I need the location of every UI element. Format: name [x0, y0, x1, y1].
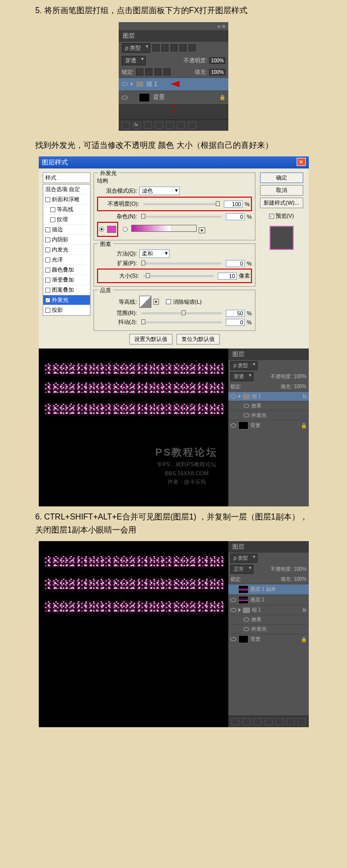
adjustment-icon[interactable]	[265, 718, 273, 725]
jitter-slider[interactable]	[141, 321, 222, 323]
style-item-dropshadow[interactable]: 投影	[43, 305, 90, 315]
link-icon[interactable]	[122, 122, 130, 129]
layer-background[interactable]: 背景 🔒	[119, 91, 228, 104]
style-item-stroke[interactable]: 描边	[43, 225, 90, 235]
effect-outerglow[interactable]: 外发光	[228, 410, 309, 420]
effects-row[interactable]: 效果	[228, 615, 309, 624]
expand-icon[interactable]	[131, 82, 133, 86]
filter-shape-icon[interactable]	[180, 44, 187, 51]
range-slider[interactable]	[141, 312, 222, 314]
filter-adjust-icon[interactable]	[161, 44, 168, 51]
contour-menu-icon[interactable]: ▾	[153, 299, 159, 305]
opacity-slider[interactable]	[143, 203, 220, 205]
noise-value[interactable]: 0	[226, 213, 245, 220]
blend-mode-dropdown[interactable]: 穿透	[230, 372, 253, 381]
cancel-button[interactable]: 取消	[260, 185, 303, 196]
layer-group1[interactable]: 组 1fx	[228, 391, 309, 401]
style-item-gradientoverlay[interactable]: 渐变叠加	[43, 275, 90, 285]
filter-smart-icon[interactable]	[189, 44, 196, 51]
jitter-value[interactable]: 0	[226, 319, 245, 326]
fx-badge[interactable]: fx	[303, 607, 307, 613]
folder-new-icon[interactable]	[276, 718, 284, 725]
dialog-titlebar[interactable]: 图层样式 ✕	[39, 156, 309, 168]
visibility-icon[interactable]	[230, 598, 236, 602]
layers-tab[interactable]: 图层	[119, 30, 228, 42]
style-item-satin[interactable]: 光泽	[43, 255, 90, 265]
spread-value[interactable]: 0	[226, 260, 245, 267]
filter-type-dropdown[interactable]: ρ 类型	[230, 361, 257, 370]
ok-button[interactable]: 确定	[260, 172, 303, 183]
style-item-outerglow[interactable]: 外发光	[43, 295, 90, 305]
reset-default-button[interactable]: 复位为默认值	[177, 334, 220, 344]
blend-mode-dropdown[interactable]: 正常	[230, 565, 253, 574]
link-icon[interactable]	[231, 718, 239, 725]
layers-tab[interactable]: 图层	[228, 349, 309, 360]
set-default-button[interactable]: 设置为默认值	[129, 334, 172, 344]
blendmode-dropdown[interactable]: 滤色	[139, 187, 180, 195]
filter-type-dropdown[interactable]: ρ 类型	[230, 554, 257, 563]
close-button[interactable]: ✕	[297, 158, 306, 166]
lock-trans-icon[interactable]	[136, 68, 143, 75]
size-value[interactable]: 10	[218, 273, 237, 280]
trash-icon[interactable]	[188, 122, 196, 129]
new-layer-icon[interactable]	[177, 122, 185, 129]
gradient-menu-icon[interactable]: ▾	[199, 227, 205, 233]
preview-checkbox[interactable]	[269, 214, 274, 219]
new-layer-icon[interactable]	[287, 718, 295, 725]
effects-row[interactable]: 效果	[228, 401, 309, 410]
style-item-coloroverlay[interactable]: 颜色叠加	[43, 265, 90, 275]
spread-slider[interactable]	[141, 263, 222, 265]
lock-position-icon[interactable]	[154, 68, 161, 75]
visibility-icon[interactable]	[243, 413, 249, 417]
style-item-contour[interactable]: 等高线	[43, 205, 90, 215]
layer-layer1[interactable]: 图层 1	[228, 594, 309, 605]
range-value[interactable]: 50	[226, 310, 245, 317]
visibility-icon[interactable]	[243, 627, 249, 631]
contour-picker[interactable]	[139, 296, 151, 308]
opacity-input[interactable]: 100%	[209, 57, 225, 64]
trash-icon[interactable]	[298, 718, 306, 725]
expand-icon[interactable]	[238, 394, 241, 398]
layer-group1[interactable]: 组 1	[119, 77, 228, 91]
layer-background[interactable]: 背景🔒	[228, 420, 309, 430]
style-item-innerglow[interactable]: 内发光	[43, 245, 90, 255]
panel-menu-icon[interactable]: « ≡	[217, 23, 225, 29]
visibility-icon[interactable]	[122, 82, 128, 86]
technique-dropdown[interactable]: 柔和	[139, 249, 169, 258]
style-item-bevel[interactable]: 斜面和浮雕	[43, 195, 90, 205]
mask-icon[interactable]	[253, 718, 262, 725]
noise-slider[interactable]	[141, 216, 222, 218]
new-style-button[interactable]: 新建样式(W)...	[260, 198, 303, 208]
filter-type-dropdown[interactable]: ρ 类型	[122, 43, 150, 53]
size-slider[interactable]	[143, 275, 214, 277]
style-item-patternoverlay[interactable]: 图案叠加	[43, 285, 90, 295]
gradient-radio[interactable]	[123, 227, 128, 232]
visibility-icon[interactable]	[230, 608, 236, 612]
fx-button[interactable]	[242, 718, 250, 725]
gradient-picker[interactable]	[131, 225, 197, 232]
fx-button[interactable]: fx.	[133, 122, 141, 129]
fill-input[interactable]: 100%	[209, 69, 225, 75]
color-radio[interactable]	[99, 227, 104, 232]
antialias-checkbox[interactable]	[166, 299, 171, 304]
visibility-icon[interactable]	[122, 96, 128, 100]
expand-icon[interactable]	[238, 608, 241, 612]
mask-icon[interactable]	[144, 122, 152, 129]
style-item-texture[interactable]: 纹理	[43, 215, 90, 225]
layer-background[interactable]: 背景🔒	[228, 634, 309, 644]
blend-options-item[interactable]: 混合选项:自定	[43, 185, 90, 195]
visibility-icon[interactable]	[230, 423, 236, 427]
visibility-icon[interactable]	[230, 394, 236, 398]
fx-badge[interactable]: fx	[303, 394, 307, 399]
color-swatch[interactable]	[107, 226, 116, 233]
blend-mode-dropdown[interactable]: 穿透	[122, 56, 146, 65]
lock-all-icon[interactable]	[163, 68, 170, 75]
lock-pixels-icon[interactable]	[145, 68, 152, 75]
filter-type-icon[interactable]	[170, 44, 178, 51]
layer-group1[interactable]: 组 1fx	[228, 605, 309, 615]
opacity-value[interactable]: 100	[224, 201, 243, 208]
effect-outerglow[interactable]: 外发光	[228, 624, 309, 634]
layers-tab[interactable]: 图层	[228, 541, 309, 553]
visibility-icon[interactable]	[243, 618, 249, 622]
filter-pixel-icon[interactable]	[152, 44, 159, 51]
